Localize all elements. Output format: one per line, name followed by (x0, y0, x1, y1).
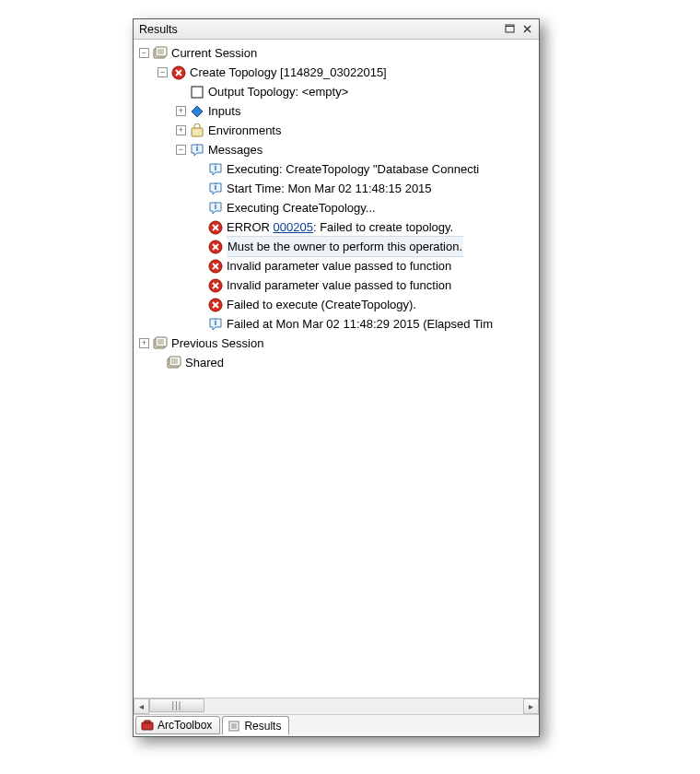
titlebar: Results (134, 19, 539, 40)
message-text: Must be the owner to perform this operat… (227, 236, 463, 257)
error-icon (208, 298, 223, 312)
message-row[interactable]: Invalid parameter value passed to functi… (137, 256, 539, 276)
node-current-session[interactable]: − Current Session − Create Topology [114… (137, 43, 539, 334)
message-row[interactable]: Invalid parameter value passed to functi… (137, 276, 539, 295)
message-text: Failed to execute (CreateTopology). (227, 295, 416, 314)
tab-label: ArcToolbox (158, 719, 212, 732)
message-row[interactable]: ERROR 000205: Failed to create topology. (137, 217, 539, 237)
svg-text:i: i (196, 144, 199, 153)
scroll-track[interactable]: ||| (149, 698, 523, 714)
svg-rect-14 (192, 128, 203, 136)
message-row[interactable]: iExecuting: CreateTopology "Database Con… (137, 159, 539, 179)
tree-area: − Current Session − Create Topology [114… (134, 40, 539, 698)
message-row[interactable]: Failed to execute (CreateTopology). (137, 295, 539, 314)
svg-rect-12 (192, 87, 203, 98)
close-icon (522, 24, 532, 34)
scroll-left-icon[interactable]: ◂ (134, 698, 149, 714)
collapse-icon[interactable]: − (139, 48, 149, 58)
error-icon (171, 65, 186, 80)
scroll-right-icon[interactable]: ▸ (523, 698, 539, 714)
node-label: Create Topology [114829_03022015] (190, 63, 387, 82)
svg-text:i: i (215, 182, 217, 192)
message-text: Invalid parameter value passed to functi… (227, 256, 451, 276)
error-icon (208, 220, 223, 235)
message-row[interactable]: iStart Time: Mon Mar 02 11:48:15 2015 (137, 179, 539, 198)
restore-button[interactable] (502, 22, 519, 37)
node-label: Inputs (208, 101, 240, 121)
message-text: ERROR 000205: Failed to create topology. (227, 217, 453, 237)
message-text: Failed at Mon Mar 02 11:48:29 2015 (Elap… (227, 314, 493, 334)
svg-text:i: i (215, 318, 217, 327)
inputs-icon (190, 104, 204, 119)
node-label: Environments (208, 121, 281, 140)
svg-rect-46 (145, 721, 150, 723)
message-text: Start Time: Mon Mar 02 11:48:15 2015 (227, 179, 432, 198)
node-label: Current Session (171, 43, 257, 63)
close-button[interactable] (519, 22, 535, 37)
info-icon: i (208, 317, 223, 332)
collapse-icon[interactable]: − (158, 67, 168, 77)
info-icon: i (190, 143, 204, 158)
expand-icon[interactable]: + (176, 106, 186, 116)
svg-marker-13 (192, 106, 203, 117)
results-icon (227, 719, 241, 733)
error-icon (208, 278, 223, 293)
message-text: Executing CreateTopology... (227, 198, 376, 217)
message-text: Invalid parameter value passed to functi… (227, 276, 451, 295)
horizontal-scrollbar[interactable]: ◂ ||| ▸ (134, 698, 539, 714)
node-shared[interactable]: Shared (137, 353, 539, 372)
svg-text:i: i (215, 202, 217, 211)
node-label: Shared (185, 353, 224, 372)
node-environments[interactable]: + Environments (137, 121, 539, 140)
scroll-thumb[interactable]: ||| (149, 698, 204, 712)
node-inputs[interactable]: + Inputs (137, 101, 539, 121)
info-icon: i (208, 201, 223, 216)
message-row[interactable]: iFailed at Mon Mar 02 11:48:29 2015 (Ela… (137, 314, 539, 334)
node-label: Previous Session (171, 334, 263, 353)
arctoolbox-icon (140, 718, 155, 733)
svg-text:i: i (215, 163, 217, 172)
tab-arctoolbox[interactable]: ArcToolbox (135, 716, 220, 734)
message-text: Executing: CreateTopology "Database Conn… (227, 159, 479, 179)
session-icon (153, 336, 168, 351)
environments-icon (190, 123, 204, 138)
info-icon: i (208, 162, 223, 177)
results-panel: Results − Current Session (133, 18, 540, 737)
node-label: Messages (208, 140, 262, 159)
node-label: Output Topology: <empty> (208, 82, 348, 101)
expand-icon[interactable]: + (139, 338, 149, 348)
collapse-icon[interactable]: − (176, 145, 186, 155)
expand-icon[interactable]: + (176, 125, 186, 135)
tab-label: Results (244, 720, 281, 733)
node-output-topology[interactable]: Output Topology: <empty> (137, 82, 539, 101)
session-icon (153, 46, 168, 61)
message-row[interactable]: Must be the owner to perform this operat… (137, 237, 539, 256)
node-messages[interactable]: − i Messages iExecuting: CreateTopology … (137, 140, 539, 334)
error-icon (208, 240, 223, 254)
node-previous-session[interactable]: + Previous Session (137, 334, 539, 353)
window-title: Results (137, 23, 502, 36)
tab-bar: ArcToolbox Results (134, 714, 539, 736)
session-icon (167, 356, 181, 370)
restore-icon (505, 24, 516, 34)
error-icon (208, 259, 223, 274)
node-create-topology[interactable]: − Create Topology [114829_03022015] Outp… (137, 63, 539, 334)
message-row[interactable]: iExecuting CreateTopology... (137, 198, 539, 217)
tab-results[interactable]: Results (222, 716, 289, 735)
empty-layer-icon (190, 85, 204, 100)
error-code-link[interactable]: 000205 (274, 220, 313, 234)
info-icon: i (208, 182, 223, 196)
